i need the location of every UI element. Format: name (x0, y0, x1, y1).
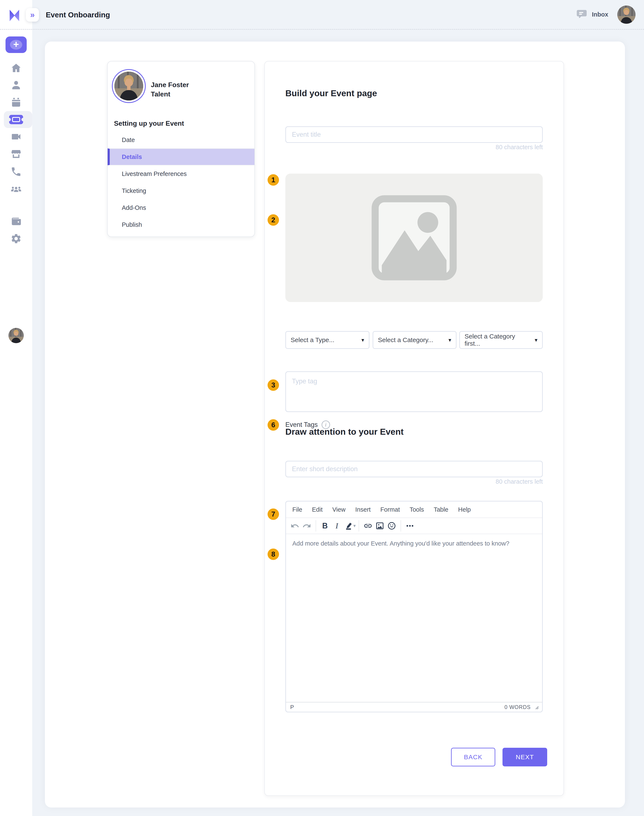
step-badge-1: 1 (268, 174, 279, 186)
element-path[interactable]: P (290, 704, 294, 710)
resize-grip-icon[interactable] (534, 704, 539, 710)
event-title-input[interactable] (285, 126, 543, 143)
step-badge-3: 3 (268, 380, 279, 391)
italic-button[interactable]: I (331, 520, 343, 532)
ellipsis-icon (405, 521, 414, 530)
insert-image-button[interactable] (374, 520, 386, 532)
form-heading: Build your Event page (285, 88, 377, 98)
event-title-counter: 80 characters left (285, 144, 543, 151)
short-description-input[interactable] (285, 461, 543, 477)
sidebar-item-community[interactable] (0, 183, 32, 195)
redo-icon (302, 521, 311, 530)
menu-help[interactable]: Help (458, 506, 471, 513)
chevron-down-icon: ▾ (535, 337, 537, 343)
menu-file[interactable]: File (292, 506, 302, 513)
sidebar-item-profile[interactable] (0, 79, 32, 91)
header-user-avatar[interactable] (617, 6, 636, 24)
highlight-color-button[interactable] (343, 520, 355, 532)
next-button[interactable]: NEXT (503, 748, 547, 767)
menu-tools[interactable]: Tools (409, 506, 424, 513)
inbox-button[interactable]: Inbox (576, 8, 608, 20)
app-header: » Event Onboarding Inbox (0, 0, 644, 30)
step-badge-6: 6 (268, 419, 279, 431)
storefront-icon (11, 148, 22, 160)
page-title: Event Onboarding (46, 11, 110, 19)
short-description-counter: 80 characters left (285, 478, 543, 485)
phone-icon (11, 166, 22, 177)
sidebar-item-video[interactable] (0, 131, 32, 143)
sidebar-item-wallet[interactable] (0, 215, 32, 227)
create-new-button[interactable]: + (6, 37, 27, 53)
undo-icon (290, 521, 299, 530)
profile-name: Jane Foster (151, 80, 189, 89)
menu-table[interactable]: Table (434, 506, 448, 513)
inbox-chat-icon (576, 8, 588, 20)
category-select[interactable]: Select a Category...▾ (373, 331, 457, 349)
back-button[interactable]: BACK (451, 748, 495, 767)
home-icon (11, 62, 22, 74)
redo-button[interactable] (301, 520, 313, 532)
inbox-label: Inbox (592, 11, 608, 18)
bold-button[interactable]: B (319, 520, 331, 532)
groups-icon (11, 184, 22, 195)
subcategory-select[interactable]: Select a Category first...▾ (459, 331, 543, 349)
undo-button[interactable] (289, 520, 301, 532)
menu-edit[interactable]: Edit (312, 506, 323, 513)
step-details[interactable]: Details (107, 148, 255, 165)
step-livestream-preferences[interactable]: Livestream Preferences (107, 165, 255, 182)
section2-heading: Draw attention to your Event (285, 427, 403, 437)
steps-heading: Setting up your Event (114, 120, 184, 128)
menu-view[interactable]: View (333, 506, 345, 513)
event-steps-list: Date Details Livestream Preferences Tick… (107, 131, 255, 233)
step-ticketing[interactable]: Ticketing (107, 182, 255, 199)
image-placeholder-icon (364, 188, 464, 287)
highlight-dropdown-chevron[interactable]: ▾ (353, 523, 356, 529)
gear-icon (11, 233, 22, 244)
highlighter-icon (344, 521, 353, 530)
ticket-icon (9, 115, 23, 124)
step-date[interactable]: Date (107, 131, 255, 148)
editor-menubar: File Edit View Insert Format Tools Table… (286, 501, 542, 518)
calendar-icon (11, 97, 22, 108)
app-logo-icon[interactable] (8, 9, 20, 22)
sidebar-item-calls[interactable] (0, 166, 32, 178)
step-badge-2: 2 (268, 214, 279, 226)
cover-photo-dropzone[interactable] (285, 174, 543, 302)
toolbar-separator (359, 520, 359, 532)
link-icon (363, 521, 373, 530)
event-form-card: Build your Event page 1 Event Title i 80… (264, 61, 564, 796)
chevron-down-icon: ▾ (362, 337, 364, 343)
sidebar-collapse-button[interactable]: » (26, 8, 39, 22)
videocam-icon (11, 131, 22, 143)
avatar-image (114, 72, 143, 100)
emoji-icon (387, 521, 396, 530)
person-icon (11, 80, 22, 91)
editor-statusbar: P 0 WORDS (286, 702, 542, 712)
more-tools-button[interactable] (404, 520, 416, 532)
chevron-right-icon: » (30, 11, 35, 20)
step-badge-8: 8 (268, 549, 279, 560)
emoji-button[interactable] (386, 520, 398, 532)
sidebar-item-calendar[interactable] (0, 96, 32, 109)
wallet-icon (11, 215, 22, 227)
sidebar-user-avatar[interactable] (8, 328, 24, 343)
sidebar-item-settings[interactable] (0, 232, 32, 245)
menu-format[interactable]: Format (380, 506, 400, 513)
sidebar-item-home[interactable] (0, 62, 32, 74)
word-count[interactable]: 0 WORDS (504, 704, 531, 710)
step-badge-7: 7 (268, 509, 279, 520)
avatar-image (8, 328, 24, 343)
editor-toolbar: B I ▾ (286, 518, 542, 534)
profile-avatar (112, 69, 146, 103)
step-add-ons[interactable]: Add-Ons (107, 199, 255, 216)
link-button[interactable] (362, 520, 374, 532)
profile-name-block: Jane Foster Talent (151, 80, 189, 99)
sidebar-item-store[interactable] (0, 148, 32, 160)
event-tags-input[interactable] (285, 371, 543, 412)
menu-insert[interactable]: Insert (355, 506, 371, 513)
step-publish[interactable]: Publish (107, 216, 255, 233)
toolbar-separator (400, 520, 401, 532)
description-editor-body[interactable]: Add more details about your Event. Anyth… (286, 534, 542, 702)
sidebar-item-events[interactable] (0, 114, 32, 126)
type-select[interactable]: Select a Type...▾ (285, 331, 370, 349)
